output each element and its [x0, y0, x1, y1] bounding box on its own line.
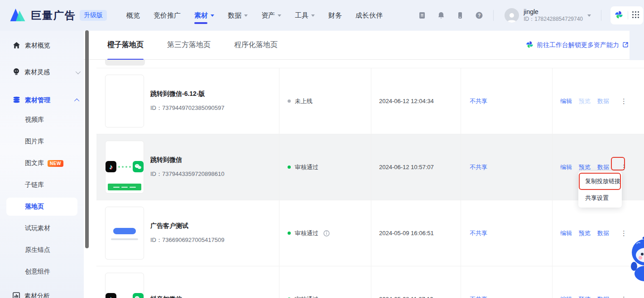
workbench-link[interactable]: 前往工作台解锁更多资产能力 [526, 31, 629, 60]
bulb-icon [13, 68, 20, 77]
tab-programmatic-landing-page[interactable]: 程序化落地页 [234, 31, 278, 60]
edit-link[interactable]: 编辑 [560, 295, 572, 298]
landing-page-thumbnail [105, 75, 144, 128]
preview-link[interactable]: 预览 [579, 295, 591, 298]
tabbar-right-gap [630, 31, 644, 60]
thumbnail-cutoff [105, 60, 145, 66]
tab-third-party-landing-page[interactable]: 第三方落地页 [167, 31, 211, 60]
chevron-down-icon[interactable] [587, 14, 591, 17]
data-link[interactable]: 数据 [597, 295, 609, 298]
sidebar-item-material-overview[interactable]: 素材概览 [13, 40, 79, 51]
table-row: 跳转到微信-6.12-版 ID：7379449702385090597 未上线 … [96, 68, 644, 134]
sidebar-item-landing-page[interactable]: 落地页 [6, 198, 77, 216]
created-date: 2024-06-12 12:04:34 [379, 98, 434, 104]
navbar-tools-box [610, 6, 643, 24]
preview-link[interactable]: 预览 [579, 229, 591, 237]
thumbnail-text-line [111, 238, 138, 240]
annotation-box-copy-link [579, 173, 621, 190]
data-link[interactable]: 数据 [597, 229, 609, 237]
nav-item-data[interactable]: 数据 [221, 0, 255, 31]
sidebar-item-image-text-library[interactable]: 图文库 NEW [25, 158, 63, 169]
logo-text: 巨量广告 [31, 9, 76, 23]
tiktok-icon: ♪ [106, 293, 116, 298]
document-icon[interactable] [418, 11, 427, 20]
data-link[interactable]: 数据 [597, 97, 609, 105]
sidebar-item-material-analysis[interactable]: 素材分析 [13, 291, 79, 298]
data-link[interactable]: 数据 [597, 163, 609, 171]
sidebar: 素材概览 素材灵感 素材管理 视频库 图片库 图文库 NEW 子链库 落地页 试… [0, 31, 84, 298]
chevron-up-icon [74, 99, 79, 104]
thumbnail-cta-bar [108, 184, 141, 190]
material-title: 广告客户测试 [150, 222, 224, 230]
sidebar-scrollbar[interactable] [85, 30, 89, 248]
navbar-right: ? jingle ID：1782428854729740 [413, 6, 644, 24]
layers-icon [13, 96, 20, 105]
info-icon[interactable] [323, 230, 330, 237]
user-info[interactable]: jingle ID：1782428854729740 [524, 8, 583, 23]
bell-icon[interactable] [437, 11, 446, 20]
sidebar-item-creative-component[interactable]: 创意组件 [25, 266, 50, 277]
nav-item-tools[interactable]: 工具 [288, 0, 322, 31]
created-date: 2024-05-08 11:27:19 [379, 296, 433, 298]
edit-link[interactable]: 编辑 [560, 229, 572, 237]
avatar[interactable] [505, 8, 519, 23]
nav-item-finance[interactable]: 财务 [322, 0, 349, 31]
sidebar-item-video-library[interactable]: 视频库 [25, 114, 44, 125]
table-row: ♪ 抖音加微信 审核通过 2024-05-08 11:27:19 不共享 [96, 266, 644, 298]
nav-item-bidding[interactable]: 竞价推广 [147, 0, 187, 31]
mobile-icon[interactable] [456, 11, 465, 20]
share-status-link[interactable]: 不共享 [470, 229, 487, 237]
share-status-link[interactable]: 不共享 [470, 163, 487, 171]
nav-item-material[interactable]: 素材 [187, 0, 221, 31]
edit-link[interactable]: 编辑 [560, 97, 572, 105]
chevron-down-icon [244, 14, 248, 17]
preview-link[interactable]: 预览 [579, 97, 591, 105]
help-icon[interactable]: ? [475, 11, 484, 20]
material-id: ID：7366906927005417509 [150, 236, 224, 244]
sidebar-item-native-anchor[interactable]: 原生锚点 [25, 245, 50, 255]
status-text: 审核通过 [295, 163, 318, 171]
nav-item-overview[interactable]: 概览 [120, 0, 147, 31]
sidebar-item-material-inspiration[interactable]: 素材灵感 [13, 67, 79, 78]
top-navbar: 巨量广告 升级版 概览 竞价推广 素材 数据 资产 工具 财务 成长伙伴 ? j… [0, 0, 644, 31]
preview-link[interactable]: 预览 [579, 163, 591, 171]
annotation-box-more-icon [611, 157, 625, 170]
landing-page-thumbnail [105, 207, 144, 260]
more-actions-icon[interactable]: ⋮ [618, 97, 630, 105]
table-row: 广告客户测试 ID：7366906927005417509 审核通过 2024-… [96, 200, 644, 266]
new-badge: NEW [48, 160, 63, 167]
sidebar-item-image-library[interactable]: 图片库 [25, 136, 44, 147]
share-status-link[interactable]: 不共享 [470, 295, 487, 298]
pinwheel-icon[interactable] [615, 10, 623, 21]
nav-item-assets[interactable]: 资产 [255, 0, 288, 31]
sidebar-item-sublink-library[interactable]: 子链库 [25, 180, 44, 190]
landing-page-tabbar: 橙子落地页 第三方落地页 程序化落地页 前往工作台解锁更多资产能力 [84, 31, 644, 60]
share-status-link[interactable]: 不共享 [470, 97, 487, 105]
material-title: 跳转到微信 [150, 156, 224, 164]
grid-apps-icon[interactable] [632, 11, 639, 20]
user-name: jingle [524, 8, 583, 16]
landing-page-thumbnail: ♪ [105, 141, 144, 194]
wechat-icon [133, 293, 144, 298]
divider [628, 11, 628, 19]
chevron-down-icon [76, 69, 81, 74]
more-actions-icon[interactable]: ⋮ [618, 295, 630, 298]
landing-page-table: 跳转到微信-6.12-版 ID：7379449702385090597 未上线 … [96, 60, 644, 298]
material-title: 跳转到微信-6.12-版 [150, 90, 224, 98]
status-dot [288, 166, 291, 169]
brand-logo[interactable]: 巨量广告 升级版 [10, 8, 107, 23]
sidebar-item-material-management[interactable]: 素材管理 [13, 95, 79, 106]
menu-item-share-settings[interactable]: 共享设置 [578, 189, 622, 206]
material-id: ID：7379443359720898610 [150, 170, 224, 178]
tab-orange-landing-page[interactable]: 橙子落地页 [107, 31, 144, 60]
table-row-partial-top [96, 60, 644, 68]
status-dot [288, 232, 291, 235]
edit-link[interactable]: 编辑 [560, 163, 572, 171]
mascot-character[interactable] [627, 236, 644, 285]
table-row: ♪ 跳转到微信 ID：7379443359720898610 审核通过 [96, 134, 644, 200]
nav-item-growth-partner[interactable]: 成长伙伴 [349, 0, 389, 31]
sidebar-item-playable-material[interactable]: 试玩素材 [25, 223, 50, 234]
main-content: 橙子落地页 第三方落地页 程序化落地页 前往工作台解锁更多资产能力 [84, 31, 644, 298]
chart-icon [13, 292, 20, 298]
svg-text:?: ? [478, 13, 481, 18]
